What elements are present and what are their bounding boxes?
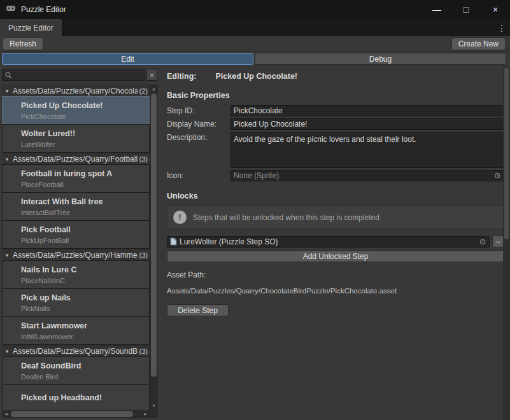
group-count: (2): [139, 87, 148, 95]
maximize-button[interactable]: □: [451, 0, 481, 19]
item-title: Interact With Ball tree: [21, 197, 149, 206]
refresh-button[interactable]: Refresh: [3, 38, 43, 50]
asset-path-label: Asset Path:: [167, 270, 504, 279]
window-titlebar[interactable]: Puzzle Editor — □ ×: [0, 0, 510, 19]
scrollbar-corner: [150, 410, 158, 418]
list-item[interactable]: Interact With Ball tree InteractBallTree: [2, 192, 150, 221]
icon-object-value: None (Sprite): [234, 171, 490, 180]
group-path: Assets/Data/Puzzles/Quarry/HammerBirdPuz…: [13, 251, 138, 260]
editing-header: Editing: Picked Up Chocolate!: [167, 72, 504, 81]
window-vertical-scrollbar[interactable]: [503, 66, 510, 420]
list-item[interactable]: Pick Football PickUpFootBall: [2, 220, 150, 249]
item-title: Pick Football: [21, 225, 149, 234]
list-item[interactable]: Football in luring spot A PlaceFootball: [2, 164, 150, 193]
item-id: PickChocolate: [21, 113, 149, 120]
basic-properties-heading: Basic Properties: [167, 91, 504, 100]
search-input[interactable]: [3, 69, 145, 80]
vertical-scroll-thumb[interactable]: [151, 94, 157, 377]
scriptable-object-icon: [170, 237, 177, 246]
group-header[interactable]: ▼ Assets/Data/Puzzles/Quarry/FootballBir…: [2, 153, 150, 165]
list-item[interactable]: Nails In Lure C PlaceNailsInC: [2, 260, 150, 289]
window-controls: — □ ×: [422, 0, 510, 19]
asset-group: ▼ Assets/Data/Puzzles/Quarry/ChocolateBi…: [2, 85, 150, 153]
create-new-button[interactable]: Create New: [451, 38, 506, 50]
group-count: (3): [139, 347, 148, 355]
tab-edit[interactable]: Edit: [2, 53, 253, 65]
item-title: Deaf SoundBird: [21, 361, 149, 370]
group-header[interactable]: ▼ Assets/Data/Puzzles/Quarry/ChocolateBi…: [2, 85, 150, 97]
kebab-menu-icon[interactable]: ⋮: [493, 23, 510, 33]
item-title: Football in luring spot A: [21, 169, 149, 178]
search-clear-button[interactable]: ×: [146, 69, 157, 81]
list-item[interactable]: Picked up Headband!: [2, 384, 150, 410]
minimize-button[interactable]: —: [422, 0, 451, 19]
group-count: (3): [139, 251, 148, 259]
item-id: InteractBallTree: [21, 209, 149, 216]
icon-object-field[interactable]: None (Sprite) ⊙: [230, 170, 504, 181]
step-list-panel: × ▼ Assets/Data/Puzzles/Quarry/Chocolate…: [2, 67, 158, 418]
list-vertical-scrollbar[interactable]: ▲ ▼: [150, 85, 158, 410]
item-id: PlaceFootball: [21, 181, 149, 188]
list-item[interactable]: Pick up Nails PickNails: [2, 288, 150, 317]
foldout-arrow-icon: ▼: [3, 349, 11, 354]
horizontal-scroll-thumb[interactable]: [11, 411, 133, 417]
item-title: Picked Up Chocolate!: [21, 101, 149, 110]
scroll-left-icon[interactable]: ◄: [2, 410, 10, 418]
editing-value: Picked Up Chocolate!: [216, 72, 298, 81]
item-title: Start Lawnmower: [21, 321, 149, 330]
item-id: IntWLawnmower: [21, 333, 149, 340]
group-header[interactable]: ▼ Assets/Data/Puzzles/Quarry/SoundBird (…: [2, 345, 150, 357]
group-count: (3): [139, 155, 148, 163]
item-title: Nails In Lure C: [21, 265, 149, 274]
description-label: Description:: [167, 133, 230, 142]
step-id-field[interactable]: [230, 105, 504, 116]
display-name-field[interactable]: [230, 118, 504, 130]
list-item[interactable]: Wolter Lured!! LureWolter: [2, 124, 150, 153]
item-title: Picked up Headband!: [21, 393, 149, 402]
list-horizontal-scrollbar[interactable]: ◄ ►: [2, 410, 150, 418]
foldout-arrow-icon: ▼: [3, 253, 11, 258]
item-id: Deafen Bird: [21, 373, 149, 381]
tab-debug[interactable]: Debug: [255, 53, 506, 65]
unlocked-step-row: LureWolter (Puzzle Step SO) ⊙ −: [167, 235, 504, 248]
item-id: PlaceNailsInC: [21, 277, 149, 284]
close-button[interactable]: ×: [481, 0, 510, 19]
item-id: LureWolter: [21, 141, 149, 148]
description-row: Description: Avoid the gaze of the picni…: [167, 132, 504, 168]
list-item[interactable]: Start Lawnmower IntWLawnmower: [2, 316, 150, 345]
display-name-label: Display Name:: [167, 120, 230, 129]
unlocked-step-object-field[interactable]: LureWolter (Puzzle Step SO) ⊙: [167, 236, 490, 248]
asset-path-value: Assets/Data/Puzzles/Quarry/ChocolateBird…: [167, 287, 504, 295]
info-text: Steps that will be unlocked when this st…: [193, 213, 379, 222]
window-scroll-thumb[interactable]: [504, 67, 509, 239]
asset-group: ▼ Assets/Data/Puzzles/Quarry/FootballBir…: [2, 153, 150, 249]
item-id: PickNails: [21, 305, 149, 312]
asset-group: ▼ Assets/Data/Puzzles/Quarry/HammerBirdP…: [2, 249, 150, 345]
group-header[interactable]: ▼ Assets/Data/Puzzles/Quarry/HammerBirdP…: [2, 249, 150, 261]
scroll-down-icon[interactable]: ▼: [150, 402, 158, 410]
object-picker-icon[interactable]: ⊙: [478, 237, 487, 246]
unlocks-info-box: ! Steps that will be unlocked when this …: [167, 206, 504, 229]
item-id: PickUpFootBall: [21, 237, 149, 244]
tab-puzzle-editor[interactable]: Puzzle Editor: [0, 19, 62, 36]
list-item[interactable]: Deaf SoundBird Deafen Bird: [2, 356, 150, 385]
group-path: Assets/Data/Puzzles/Quarry/SoundBird: [13, 347, 138, 356]
mode-tabs: Edit Debug: [2, 53, 506, 65]
display-name-row: Display Name:: [167, 118, 504, 130]
description-field[interactable]: Avoid the gaze of the picnic lovers and …: [230, 132, 504, 168]
delete-step-button[interactable]: Delete Step: [167, 304, 229, 316]
scroll-right-icon[interactable]: ►: [141, 410, 150, 418]
icon-label: Icon:: [167, 171, 230, 180]
unlocked-step-value: LureWolter (Puzzle Step SO): [180, 237, 476, 246]
add-unlocked-step-button[interactable]: Add Unlocked Step: [167, 250, 504, 262]
asset-group: ▼ Assets/Data/Puzzles/Quarry/SoundBird (…: [2, 345, 150, 410]
object-picker-icon[interactable]: ⊙: [493, 171, 502, 180]
step-editor-panel: Editing: Picked Up Chocolate! Basic Prop…: [164, 67, 504, 420]
list-item[interactable]: Picked Up Chocolate! PickChocolate: [2, 96, 150, 125]
info-icon: !: [173, 211, 187, 224]
scroll-up-icon[interactable]: ▲: [150, 85, 158, 93]
horizontal-scroll-track[interactable]: [10, 410, 141, 418]
foldout-arrow-icon: ▼: [3, 157, 11, 162]
group-path: Assets/Data/Puzzles/Quarry/FootballBirdP…: [13, 155, 138, 164]
icon-row: Icon: None (Sprite) ⊙: [167, 170, 504, 181]
